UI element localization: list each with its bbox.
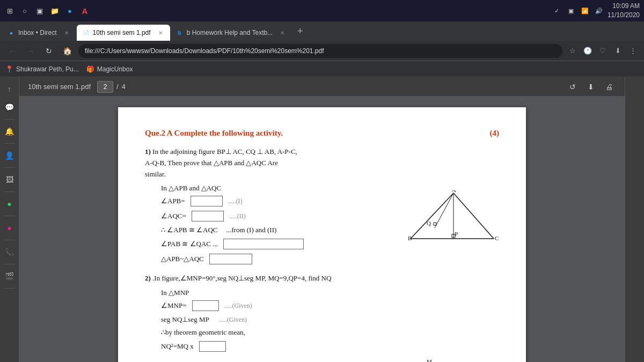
sidebar-bell-icon[interactable]: 🔔 [2,124,17,139]
windows-icon[interactable]: ⊞ [4,5,15,16]
right-controls: ⊞ + − [625,77,644,362]
by-theorem-text: ∴by theorem geometric mean, [161,328,245,337]
monitor-icon[interactable]: ▣ [566,5,576,16]
step2-hint: .....(II) [229,212,246,220]
similarity-text: △APB~△AQC [161,255,204,263]
svg-text:A: A [452,190,456,193]
blank-aqc[interactable] [192,211,224,221]
mnp-angle-line: ∠MNP= .....(Given) [161,300,499,311]
tab-inbox-close[interactable]: ✕ [62,28,71,37]
sidebar-arrow-icon[interactable]: ↑ [2,82,17,97]
bookmark-magicunbox-icon: 🎁 [86,65,94,73]
print-pdf-icon[interactable]: 🖨 [602,80,616,94]
sub-question-2: 2) .In figure,∠MNP=90°,seg NQ⊥seg MP, MQ… [145,273,499,352]
sidebar-chat-icon[interactable]: 💬 [2,100,17,115]
tab-homework[interactable]: b b Homework Help and Textb... ✕ [171,25,292,41]
bookmark-shukrawar[interactable]: 📍 Shukrawar Peth, Pu... [5,65,79,73]
svg-text:Q: Q [427,220,431,226]
tab-homework-close[interactable]: ✕ [278,28,287,37]
sidebar-divider8 [4,288,15,289]
svg-line-0 [453,193,494,239]
bookmark-shukrawar-icon: 📍 [5,65,13,73]
pdf-toolbar: 10th semi sem 1.pdf / 4 ↺ ⬇ 🖨 [19,77,625,97]
seg-nq-hint: .....(Given) [219,316,247,324]
blank-nq[interactable] [199,341,226,352]
volume-icon[interactable]: 🔊 [594,5,604,16]
total-pages: 4 [122,83,126,91]
sidebar-profile-icon[interactable]: 👤 [2,148,17,163]
sidebar-phone-icon[interactable]: 📞 [2,245,17,260]
tab-bar: ● Inbox • Direct ✕ 📄 10th semi sem 1.pdf… [0,21,644,41]
question-heading: Que.2 A Complete the following activity.… [145,129,499,138]
url-bar[interactable]: file:///C:/Users/wwwsw/Downloads/Downloa… [78,44,562,58]
blank-conclusion[interactable] [209,254,252,264]
page-number-input[interactable] [97,81,113,93]
bookmark-shukrawar-label: Shukrawar Peth, Pu... [16,65,79,73]
homework-favicon: b [176,29,184,36]
history-icon[interactable]: 🕐 [582,45,594,57]
pdf-app-icon[interactable]: A [79,5,90,16]
sidebar-divider7 [4,264,15,264]
check-icon[interactable]: ✓ [552,5,562,16]
tab-pdf[interactable]: 📄 10th semi sem 1.pdf ✕ [77,25,170,41]
question-heading-text: Que.2 A Complete the following activity. [145,129,283,138]
search-icon[interactable]: ○ [19,5,30,16]
tab-pdf-close[interactable]: ✕ [156,28,165,37]
settings-icon[interactable]: ⋮ [627,45,639,57]
math-section-2: In △MNP ∠MNP= .....(Given) seg NQ⊥seg MP… [161,289,499,352]
bookmark-magicunbox[interactable]: 🎁 MagicUnbox [86,65,133,73]
pdf-scroll[interactable]: Que.2 A Complete the following activity.… [19,97,625,362]
pdf-actions: ↺ ⬇ 🖨 [566,80,616,94]
current-time: 10:09 AM [608,2,640,11]
tab-inbox-label: Inbox • Direct [18,29,57,36]
file-explorer-icon[interactable]: 📁 [49,5,60,16]
task-view-icon[interactable]: ▣ [34,5,45,16]
current-date: 11/10/2020 [608,11,640,20]
blank-mnp[interactable] [192,300,219,311]
svg-rect-11 [434,223,436,225]
sidebar-instagram-icon[interactable]: ● [2,220,17,235]
refresh-pdf-icon[interactable]: ↺ [566,80,580,94]
sidebar-divider6 [4,240,15,240]
tab-inbox[interactable]: ● Inbox • Direct ✕ [2,25,76,41]
refresh-button[interactable]: ↻ [42,44,56,58]
heart-icon[interactable]: ♡ [597,45,609,57]
pdf-favicon: 📄 [82,29,90,36]
url-text: file:///C:/Users/wwwsw/Downloads/Downloa… [85,47,556,55]
blank-reason[interactable] [223,239,304,249]
sidebar-whatsapp-icon[interactable]: ● [2,196,17,211]
tab-homework-label: b Homework Help and Textb... [187,29,273,36]
address-actions: ☆ 🕐 ♡ ⬇ ⋮ [567,45,639,57]
pdf-sidebar: ↑ 💬 🔔 👤 🖼 ● ● 📞 🎬 ⚙ [0,77,19,362]
sub-q2-text: 2) .In figure,∠MNP=90°,seg NQ⊥seg MP, MQ… [145,273,499,284]
bookmark-magicunbox-label: MagicUnbox [97,65,133,73]
marks-label: (4) [490,129,500,138]
download-icon[interactable]: ⬇ [612,45,624,57]
back-button[interactable]: ← [5,44,19,58]
seg-nq-text: seg NQ⊥seg MP [161,315,209,324]
bookmark-star-icon[interactable]: ☆ [567,45,579,57]
sidebar-image-icon[interactable]: 🖼 [2,172,17,187]
sidebar-video-icon[interactable]: 🎬 [2,269,17,284]
blank-apb[interactable] [191,196,223,206]
download-pdf-icon[interactable]: ⬇ [584,80,598,94]
sub-q1-text: 1) In the adjoining figure BP⊥ AC, CQ ⊥ … [145,146,499,180]
nq-squared-text: NQ²=MQ x [161,342,194,351]
add-tab-button[interactable]: + [292,24,308,39]
angle-pab-text: ∠PAB ≅ ∠QAC ... [161,240,218,248]
sidebar-divider4 [4,191,15,192]
sidebar-divider3 [4,167,15,168]
viewer-container: ↑ 💬 🔔 👤 🖼 ● ● 📞 🎬 ⚙ 10th semi sem 1.pdf [0,77,644,362]
sub-question-1: 1) In the adjoining figure BP⊥ AC, CQ ⊥ … [145,146,499,264]
nq-squared-line: NQ²=MQ x [161,341,499,352]
home-button[interactable]: 🏠 [60,44,74,58]
svg-text:M: M [427,359,432,362]
forward-button[interactable]: → [24,44,38,58]
address-bar: ← → ↻ 🏠 file:///C:/Users/wwwsw/Downloads… [0,41,644,61]
pdf-filename: 10th semi sem 1.pdf [28,83,91,91]
edge-icon[interactable]: ● [64,5,75,16]
network-icon[interactable]: 📶 [580,5,590,16]
sub-q2-number: 2) [145,274,151,282]
sub-q1-number: 1) [145,147,151,156]
bookmarks-bar: 📍 Shukrawar Peth, Pu... 🎁 MagicUnbox [0,61,644,77]
